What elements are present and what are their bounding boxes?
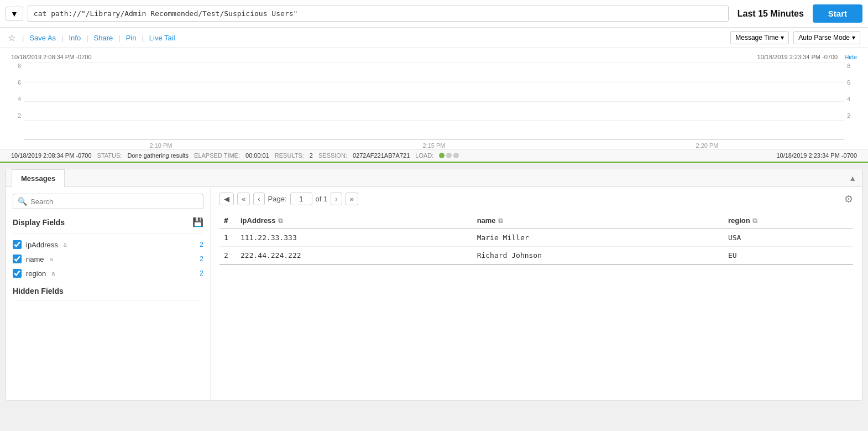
time-range-section: Last 15 Minutes [733, 9, 808, 19]
session-value: 0272AF221AB7A721 [353, 152, 410, 159]
query-input[interactable] [28, 6, 729, 22]
next-button[interactable]: › [331, 193, 342, 205]
load-dot-1 [439, 153, 445, 158]
toolbar-right: Message Time ▾ Auto Parse Mode ▾ [730, 31, 860, 44]
cell-num: 1 [219, 229, 236, 247]
cell-ipaddress: 222.44.224.222 [236, 247, 473, 265]
query-dropdown[interactable]: ▼ [6, 7, 23, 21]
chart-end-time: 10/18/2019 2:23:34 PM -0700 [757, 54, 838, 60]
prev-button[interactable]: ‹ [253, 193, 264, 205]
hide-link[interactable]: Hide [844, 54, 857, 60]
search-box[interactable]: 🔍 [13, 194, 203, 209]
x-label-1: 2:10 PM [150, 142, 172, 149]
collapse-icon[interactable]: ▲ [849, 174, 856, 183]
results-label: RESULTS: [275, 152, 304, 159]
col-header-ipaddress: ipAddress ⧉ [236, 213, 473, 229]
cell-region: EU [724, 247, 853, 265]
ipaddress-checkbox[interactable] [13, 240, 22, 249]
cell-region: USA [724, 229, 853, 247]
copy-name-icon[interactable]: ⧉ [498, 217, 503, 225]
results-value: 2 [310, 152, 313, 159]
sep3: | [86, 34, 88, 42]
grid-line-2 [24, 120, 844, 121]
info-link[interactable]: Info [66, 33, 83, 43]
col-header-name: name ⧉ [473, 213, 724, 229]
message-time-dropdown[interactable]: Message Time ▾ [730, 31, 789, 44]
chart-header: 10/18/2019 2:08:34 PM -0700 10/18/2019 2… [11, 54, 857, 60]
region-field-name: region [26, 269, 46, 278]
name-field-type: a [50, 256, 53, 262]
table-row: 1 111.22.33.333 Marie Miller USA [219, 229, 853, 247]
search-input[interactable] [30, 198, 198, 206]
region-checkbox[interactable] [13, 269, 22, 278]
region-field-count: 2 [200, 269, 203, 277]
page-input[interactable] [290, 193, 312, 205]
settings-icon[interactable]: ⚙ [844, 193, 853, 205]
auto-parse-label: Auto Parse Mode [798, 34, 850, 41]
first-page-button[interactable]: ◀ [219, 193, 234, 205]
of-label: of 1 [316, 195, 328, 203]
pin-link[interactable]: Pin [124, 33, 139, 43]
session-label: SESSION: [318, 152, 347, 159]
save-fields-icon[interactable]: 💾 [192, 217, 203, 227]
sep2: | [61, 34, 63, 42]
ipaddress-field-count: 2 [200, 241, 203, 248]
chart-area: 10/18/2019 2:08:34 PM -0700 10/18/2019 2… [0, 48, 868, 149]
results-table: # ipAddress ⧉ name ⧉ [219, 213, 853, 265]
cell-name: Marie Miller [473, 229, 724, 247]
chart-y-axis-right: 8 6 4 2 [844, 63, 857, 140]
x-label-3: 2:20 PM [696, 142, 719, 149]
table-area: ◀ « ‹ Page: of 1 › » ⚙ # [211, 187, 862, 400]
chart-canvas: 8 6 4 2 8 6 4 2 [11, 63, 857, 140]
field-item-region: region a 2 [13, 269, 203, 278]
time-range-label: Last 15 Minutes [733, 9, 808, 19]
top-bar: ▼ Last 15 Minutes Start [0, 0, 868, 28]
status-label: STATUS: [97, 152, 122, 159]
status-value: Done gathering results [127, 152, 189, 159]
auto-parse-dropdown[interactable]: Auto Parse Mode ▾ [793, 31, 860, 44]
chart-header-right: 10/18/2019 2:23:34 PM -0700 Hide [757, 54, 857, 60]
name-field-name: name [26, 255, 44, 263]
copy-ipaddress-icon[interactable]: ⧉ [278, 217, 283, 225]
table-header-row: # ipAddress ⧉ name ⧉ [219, 213, 853, 229]
chart-x-labels: 2:10 PM 2:15 PM 2:20 PM [11, 142, 857, 149]
live-tail-link[interactable]: Live Tail [147, 33, 177, 43]
messages-tab[interactable]: Messages [12, 169, 65, 187]
fields-sidebar: 🔍 Display Fields 💾 ipAddress a 2 [6, 187, 211, 400]
sep1: | [22, 34, 24, 42]
field-item-name: name a 2 [13, 255, 203, 263]
name-checkbox[interactable] [13, 255, 22, 263]
star-icon[interactable]: ☆ [8, 33, 15, 43]
cell-name: Richard Johnson [473, 247, 724, 265]
message-time-arrow: ▾ [781, 34, 784, 41]
field-divider [13, 233, 203, 233]
messages-panel: Messages ▲ 🔍 Display Fields 💾 ipAddres [6, 169, 862, 401]
copy-region-icon[interactable]: ⧉ [752, 217, 757, 225]
hidden-fields-divider [13, 300, 203, 300]
grid-line-6 [24, 82, 844, 82]
start-button[interactable]: Start [813, 4, 862, 23]
field-item-ipaddress: ipAddress a 2 [13, 240, 203, 249]
share-link[interactable]: Share [92, 33, 116, 43]
elapsed-value: 00:00:01 [245, 152, 269, 159]
ipaddress-field-name: ipAddress [26, 241, 58, 249]
chart-inner [24, 63, 844, 140]
ipaddress-field-type: a [64, 241, 67, 248]
x-label-2: 2:15 PM [423, 142, 446, 149]
status-bar: 10/18/2019 2:08:34 PM -0700 STATUS: Done… [0, 149, 868, 163]
search-icon: 🔍 [18, 197, 27, 206]
prev-prev-button[interactable]: « [237, 193, 250, 205]
grid-line-4 [24, 101, 844, 102]
status-start-time: 10/18/2019 2:08:34 PM -0700 [11, 152, 92, 159]
page-label: Page: [268, 195, 287, 203]
load-dot-3 [453, 153, 459, 158]
cell-num: 2 [219, 247, 236, 265]
col-header-num: # [219, 213, 236, 229]
elapsed-label: ELAPSED TIME: [194, 152, 240, 159]
save-as-link[interactable]: Save As [27, 33, 58, 43]
chart-y-axis-left: 8 6 4 2 [11, 63, 24, 140]
cell-ipaddress: 111.22.33.333 [236, 229, 473, 247]
col-header-region: region ⧉ [724, 213, 853, 229]
next-next-button[interactable]: » [346, 193, 358, 205]
display-fields-header: Display Fields 💾 [13, 217, 203, 227]
